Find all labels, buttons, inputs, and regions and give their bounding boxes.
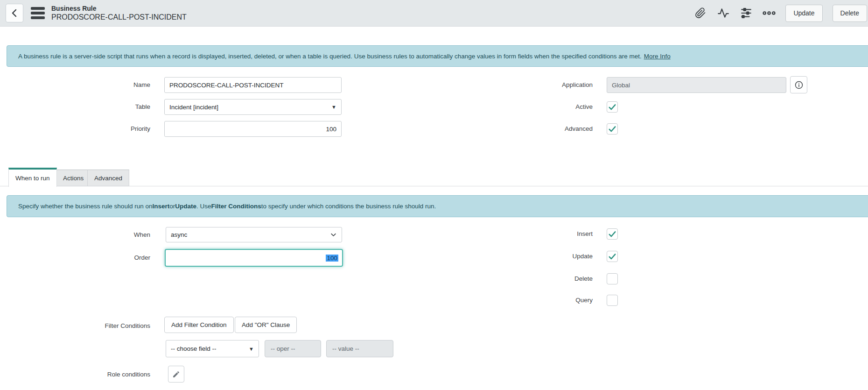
checkmark-icon	[608, 124, 617, 134]
hamburger-menu-icon[interactable]	[31, 7, 45, 19]
role-conditions-label: Role conditions	[0, 369, 150, 380]
banner-segment: to specify under which conditions the bu…	[261, 203, 436, 210]
delete-label: Delete	[476, 273, 593, 284]
record-name: PRODOSCORE-CALL-POST-INCIDENT	[51, 13, 187, 22]
business-rule-info-banner: A business rule is a server-side script …	[7, 45, 868, 67]
chevron-down-icon	[330, 231, 337, 238]
delete-checkbox[interactable]	[607, 273, 618, 284]
when-select-value: async	[171, 231, 187, 238]
update-checkbox[interactable]	[607, 251, 618, 262]
banner-segment-bold: Update	[175, 203, 196, 210]
add-or-clause-button[interactable]: Add "OR" Clause	[235, 317, 297, 333]
value-field-disabled: -- value --	[326, 340, 393, 357]
operator-placeholder: -- oper --	[271, 345, 295, 352]
filter-conditions-label: Filter Conditions	[0, 320, 150, 332]
table-select-value: Incident [incident]	[169, 104, 218, 111]
active-label: Active	[476, 101, 593, 113]
table-label: Table	[0, 99, 150, 115]
checkmark-icon	[608, 252, 617, 261]
application-label: Application	[476, 77, 593, 93]
info-icon	[794, 80, 804, 90]
tab-when-to-run[interactable]: When to run	[8, 168, 57, 187]
dropdown-triangle-icon: ▼	[331, 104, 336, 110]
tab-advanced[interactable]: Advanced	[87, 170, 129, 186]
checkmark-icon	[608, 102, 617, 112]
delete-button[interactable]: Delete	[833, 5, 867, 22]
chevron-left-icon	[10, 8, 19, 18]
advanced-label: Advanced	[476, 123, 593, 135]
header-actions: Update Delete	[694, 5, 867, 22]
insert-checkbox[interactable]	[607, 228, 618, 240]
application-field: Global	[607, 77, 786, 93]
sliders-icon	[740, 7, 752, 19]
application-value: Global	[612, 82, 630, 89]
personalize-form-button[interactable]	[740, 7, 753, 20]
advanced-checkbox[interactable]	[607, 123, 618, 135]
pulse-icon	[717, 7, 729, 19]
name-label: Name	[0, 77, 150, 93]
banner-segment: or	[169, 203, 175, 210]
info-banner-text: A business rule is a server-side script …	[18, 53, 642, 60]
tab-actions[interactable]: Actions	[56, 170, 91, 186]
banner-segment-bold: Filter Conditions	[211, 203, 261, 210]
header-titles: Business Rule PRODOSCORE-CALL-POST-INCID…	[51, 5, 187, 22]
role-conditions-edit-button[interactable]	[168, 366, 184, 383]
value-placeholder: -- value --	[332, 345, 359, 352]
more-options-icon	[763, 10, 776, 16]
query-checkbox[interactable]	[607, 295, 618, 306]
active-checkbox[interactable]	[607, 101, 618, 113]
update-label: Update	[476, 251, 593, 262]
checkmark-icon	[608, 229, 617, 239]
banner-segment: Specify whether the business rule should…	[18, 203, 152, 210]
insert-label: Insert	[476, 228, 593, 240]
priority-input[interactable]	[164, 121, 342, 137]
attachment-button[interactable]	[694, 7, 707, 20]
application-info-button[interactable]	[790, 76, 807, 93]
tabs-divider	[0, 186, 868, 186]
header-bar: Business Rule PRODOSCORE-CALL-POST-INCID…	[0, 0, 868, 27]
query-label: Query	[476, 295, 593, 306]
table-select[interactable]: Incident [incident] ▼	[164, 99, 342, 115]
more-info-link[interactable]: More Info	[644, 53, 671, 60]
choose-field-value: -- choose field --	[171, 345, 217, 352]
order-input-focused[interactable]: 100	[165, 249, 343, 267]
activity-stream-button[interactable]	[717, 7, 730, 20]
paperclip-icon	[695, 7, 706, 19]
more-options-button[interactable]	[763, 7, 776, 20]
when-to-run-info-banner: Specify whether the business rule should…	[7, 195, 868, 217]
order-label: Order	[0, 249, 150, 267]
dropdown-triangle-icon: ▼	[249, 346, 254, 352]
business-rule-form-page: Business Rule PRODOSCORE-CALL-POST-INCID…	[0, 0, 868, 390]
add-filter-condition-button[interactable]: Add Filter Condition	[164, 317, 234, 333]
order-selected-value: 100	[326, 255, 338, 262]
choose-field-select[interactable]: -- choose field -- ▼	[166, 340, 259, 357]
when-label: When	[0, 227, 150, 242]
update-button[interactable]: Update	[785, 5, 822, 22]
pencil-icon	[172, 370, 180, 378]
back-button[interactable]	[6, 4, 23, 22]
operator-select-disabled: -- oper --	[265, 340, 321, 357]
name-input[interactable]	[164, 77, 342, 93]
banner-segment-bold: Insert	[152, 203, 169, 210]
when-select[interactable]: async	[166, 227, 342, 242]
banner-segment: . Use	[196, 203, 211, 210]
page-title: Business Rule	[51, 5, 187, 13]
priority-label: Priority	[0, 121, 150, 137]
